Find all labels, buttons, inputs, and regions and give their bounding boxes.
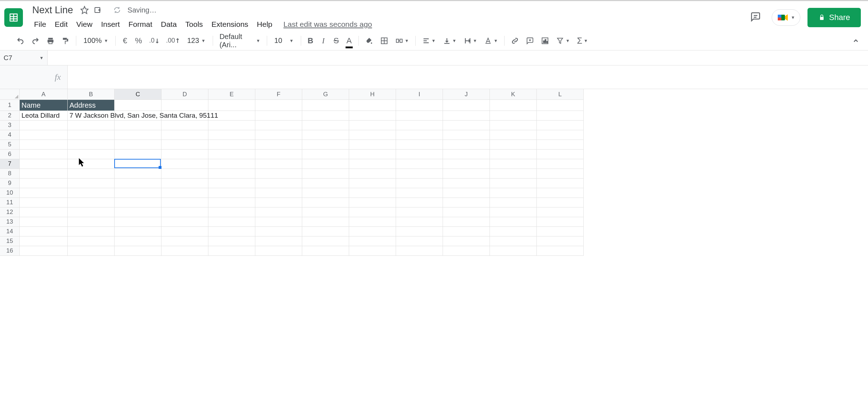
cell-H10[interactable] [349, 188, 396, 198]
cell-F16[interactable] [255, 246, 302, 256]
cell-I6[interactable] [396, 150, 443, 159]
cell-C13[interactable] [115, 217, 161, 227]
cell-D12[interactable] [161, 208, 208, 217]
cell-B12[interactable] [68, 208, 115, 217]
cell-A3[interactable] [20, 121, 68, 130]
cell-H5[interactable] [349, 140, 396, 150]
move-icon[interactable] [94, 6, 102, 14]
menu-extensions[interactable]: Extensions [208, 18, 252, 31]
cell-L13[interactable] [537, 217, 584, 227]
menu-file[interactable]: File [30, 18, 50, 31]
cell-G5[interactable] [302, 140, 349, 150]
cell-I2[interactable] [396, 111, 443, 121]
share-button[interactable]: Share [807, 8, 861, 27]
cell-G3[interactable] [302, 121, 349, 130]
print-button[interactable] [44, 35, 57, 47]
cell-K2[interactable] [490, 111, 537, 121]
cell-K15[interactable] [490, 236, 537, 246]
cell-C6[interactable] [115, 150, 161, 159]
last-edit-link[interactable]: Last edit was seconds ago [284, 20, 372, 29]
cell-B2[interactable]: 7 W Jackson Blvd, San Jose, Santa Clara,… [68, 111, 115, 121]
merge-cells-button[interactable]: ▼ [392, 35, 412, 47]
cell-A9[interactable] [20, 179, 68, 188]
cell-K8[interactable] [490, 169, 537, 179]
cell-G8[interactable] [302, 169, 349, 179]
cell-J4[interactable] [443, 130, 490, 140]
redo-button[interactable] [29, 35, 42, 47]
cell-I5[interactable] [396, 140, 443, 150]
menu-help[interactable]: Help [253, 18, 276, 31]
cell-I4[interactable] [396, 130, 443, 140]
col-header-H[interactable]: H [349, 89, 396, 100]
cell-G9[interactable] [302, 179, 349, 188]
cell-A6[interactable] [20, 150, 68, 159]
cell-G15[interactable] [302, 236, 349, 246]
percent-button[interactable]: % [132, 34, 145, 48]
cell-F13[interactable] [255, 217, 302, 227]
cell-D16[interactable] [161, 246, 208, 256]
cell-K12[interactable] [490, 208, 537, 217]
cell-L12[interactable] [537, 208, 584, 217]
cell-G7[interactable] [302, 159, 349, 169]
cell-K16[interactable] [490, 246, 537, 256]
row-header-4[interactable]: 4 [0, 130, 20, 140]
text-rotation-button[interactable]: ▼ [481, 35, 501, 47]
cell-J8[interactable] [443, 169, 490, 179]
row-header-3[interactable]: 3 [0, 121, 20, 130]
menu-data[interactable]: Data [157, 18, 180, 31]
row-header-1[interactable]: 1 [0, 100, 20, 111]
cell-C10[interactable] [115, 188, 161, 198]
cell-F15[interactable] [255, 236, 302, 246]
cell-H15[interactable] [349, 236, 396, 246]
cell-K7[interactable] [490, 159, 537, 169]
cell-L10[interactable] [537, 188, 584, 198]
cell-I11[interactable] [396, 198, 443, 208]
row-header-13[interactable]: 13 [0, 217, 20, 227]
insert-comment-button[interactable] [523, 35, 537, 47]
cell-F2[interactable] [255, 111, 302, 121]
col-header-A[interactable]: A [20, 89, 68, 100]
document-title[interactable]: Next Line [30, 4, 75, 16]
borders-button[interactable] [377, 35, 391, 47]
cell-D1[interactable] [161, 100, 208, 111]
menu-tools[interactable]: Tools [182, 18, 207, 31]
cell-E15[interactable] [208, 236, 255, 246]
cell-E1[interactable] [208, 100, 255, 111]
cell-D8[interactable] [161, 169, 208, 179]
cell-E10[interactable] [208, 188, 255, 198]
cell-K10[interactable] [490, 188, 537, 198]
undo-button[interactable] [14, 35, 27, 47]
cell-B3[interactable] [68, 121, 115, 130]
italic-button[interactable]: I [318, 34, 329, 48]
cell-E3[interactable] [208, 121, 255, 130]
cell-E9[interactable] [208, 179, 255, 188]
cell-B10[interactable] [68, 188, 115, 198]
cell-J6[interactable] [443, 150, 490, 159]
meet-button[interactable]: ▼ [772, 9, 800, 26]
cell-E4[interactable] [208, 130, 255, 140]
cell-K5[interactable] [490, 140, 537, 150]
cell-I1[interactable] [396, 100, 443, 111]
cell-L7[interactable] [537, 159, 584, 169]
cell-L5[interactable] [537, 140, 584, 150]
cell-J3[interactable] [443, 121, 490, 130]
cell-E5[interactable] [208, 140, 255, 150]
col-header-C[interactable]: C [115, 89, 161, 100]
cell-K1[interactable] [490, 100, 537, 111]
row-header-8[interactable]: 8 [0, 169, 20, 179]
cell-J13[interactable] [443, 217, 490, 227]
cell-I12[interactable] [396, 208, 443, 217]
cell-K6[interactable] [490, 150, 537, 159]
cell-B14[interactable] [68, 227, 115, 236]
cell-D15[interactable] [161, 236, 208, 246]
cell-H13[interactable] [349, 217, 396, 227]
cell-B4[interactable] [68, 130, 115, 140]
comments-icon[interactable] [747, 8, 765, 27]
cell-I3[interactable] [396, 121, 443, 130]
cell-I9[interactable] [396, 179, 443, 188]
cell-F4[interactable] [255, 130, 302, 140]
cell-E14[interactable] [208, 227, 255, 236]
cell-J12[interactable] [443, 208, 490, 217]
cell-E7[interactable] [208, 159, 255, 169]
horizontal-align-button[interactable]: ▼ [419, 35, 439, 47]
